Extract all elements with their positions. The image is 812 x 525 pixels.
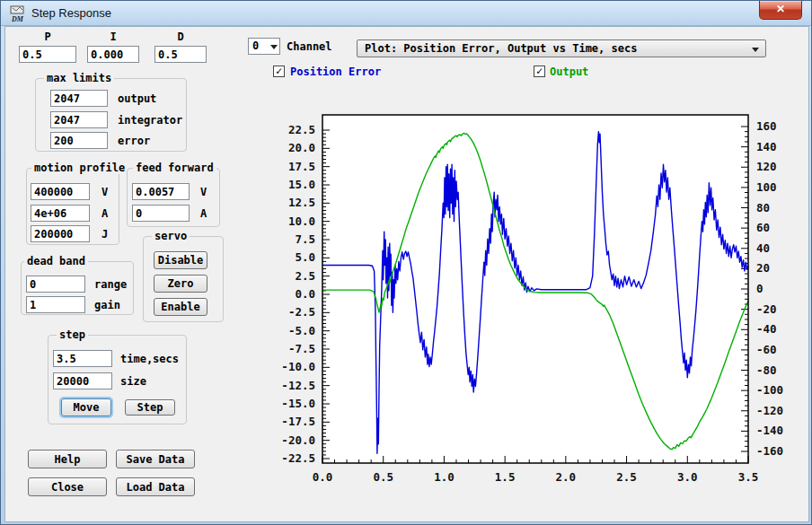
svg-text:0.5: 0.5	[373, 470, 393, 484]
servo-enable-button[interactable]: Enable	[154, 298, 207, 316]
channel-value: 0	[252, 39, 259, 52]
svg-text:2.5: 2.5	[616, 470, 637, 484]
svg-text:-120: -120	[756, 404, 783, 417]
svg-text:1.0: 1.0	[434, 470, 455, 484]
svg-text:7.5: 7.5	[295, 232, 315, 246]
max-error-label: error	[118, 135, 150, 147]
svg-text:0: 0	[756, 282, 763, 295]
channel-select[interactable]: 0	[248, 38, 280, 55]
servo-title: servo	[152, 230, 190, 242]
svg-text:12.5: 12.5	[288, 196, 315, 209]
p-label: P	[19, 31, 76, 43]
max-limits-title: max limits	[44, 72, 114, 84]
svg-text:140: 140	[756, 140, 777, 153]
svg-text:-10.0: -10.0	[281, 360, 315, 373]
svg-text:-15.0: -15.0	[281, 397, 315, 410]
max-integrator-input[interactable]	[50, 111, 108, 128]
max-error-input[interactable]	[50, 132, 108, 149]
step-time-input[interactable]	[53, 350, 112, 367]
svg-text:3.5: 3.5	[738, 470, 759, 484]
dead-band-gain-input[interactable]	[26, 296, 85, 313]
svg-text:-80: -80	[756, 363, 777, 377]
plot-select[interactable]: Plot: Position Error, Output vs Time, se…	[357, 39, 766, 57]
svg-text:3.0: 3.0	[677, 470, 698, 484]
ff-v-input[interactable]	[132, 183, 190, 200]
svg-text:-22.5: -22.5	[281, 451, 315, 465]
position-error-checkbox[interactable]: ✓	[273, 66, 285, 77]
chevron-down-icon	[752, 48, 759, 52]
svg-text:1.5: 1.5	[495, 470, 516, 484]
svg-text:5.0: 5.0	[295, 250, 315, 264]
help-button[interactable]: Help	[28, 450, 107, 468]
svg-text:120: 120	[756, 160, 777, 173]
svg-text:22.5: 22.5	[288, 123, 315, 136]
svg-text:-140: -140	[756, 424, 783, 437]
ff-a-input[interactable]	[132, 205, 190, 222]
svg-text:-100: -100	[756, 383, 783, 397]
feed-forward-title: feed forward	[133, 162, 216, 174]
title-bar[interactable]: DM Step Response ✕	[1, 1, 811, 26]
svg-text:40: 40	[756, 241, 770, 255]
move-button[interactable]: Move	[61, 398, 111, 416]
window: DM Step Response ✕ P I D max limits outp…	[0, 0, 812, 525]
svg-text:-5.0: -5.0	[288, 324, 315, 337]
close-icon: ✕	[776, 3, 785, 15]
close-button[interactable]: ✕	[759, 1, 802, 20]
svg-text:20: 20	[756, 261, 770, 275]
servo-zero-button[interactable]: Zero	[154, 275, 207, 293]
svg-text:20.0: 20.0	[288, 141, 315, 154]
check-icon: ✓	[276, 65, 282, 77]
svg-text:-60: -60	[756, 343, 777, 356]
svg-text:-20.0: -20.0	[281, 433, 315, 447]
output-label: Output	[550, 66, 588, 78]
p-input[interactable]	[19, 46, 76, 63]
dead-band-range-input[interactable]	[26, 276, 85, 293]
accel-label: A	[102, 207, 108, 220]
svg-text:-40: -40	[756, 322, 777, 336]
step-size-label: size	[120, 375, 146, 388]
step-button[interactable]: Step	[125, 399, 175, 416]
step-time-label: time,secs	[120, 353, 179, 365]
step-size-input[interactable]	[53, 372, 112, 389]
i-input[interactable]	[87, 46, 139, 63]
jerk-label: J	[102, 228, 108, 241]
svg-text:15.0: 15.0	[288, 178, 315, 191]
load-data-button[interactable]: Load Data	[116, 477, 195, 496]
servo-disable-button[interactable]: Disable	[154, 251, 207, 269]
d-label: D	[154, 31, 207, 43]
position-error-label: Position Error	[290, 66, 381, 78]
check-icon: ✓	[536, 65, 543, 77]
svg-text:80: 80	[756, 201, 770, 214]
svg-text:-17.5: -17.5	[281, 415, 315, 428]
velocity-input[interactable]	[31, 183, 90, 200]
svg-text:-12.5: -12.5	[281, 379, 315, 392]
svg-text:-160: -160	[756, 444, 783, 458]
plot-select-value: Plot: Position Error, Output vs Time, se…	[365, 42, 637, 55]
chart-canvas: 0.00.51.01.52.02.53.03.522.520.017.515.0…	[270, 100, 812, 512]
svg-text:2.0: 2.0	[556, 470, 577, 484]
svg-text:-20: -20	[756, 302, 777, 316]
max-output-input[interactable]	[50, 90, 108, 107]
ff-a-label: A	[200, 207, 207, 220]
channel-label: Channel	[287, 40, 332, 53]
step-title: step	[57, 328, 88, 341]
svg-text:100: 100	[756, 180, 777, 194]
output-checkbox[interactable]: ✓	[534, 66, 545, 77]
svg-text:17.5: 17.5	[288, 160, 315, 173]
save-data-button[interactable]: Save Data	[116, 450, 195, 468]
svg-text:60: 60	[756, 221, 770, 234]
jerk-input[interactable]	[31, 225, 90, 242]
app-icon: DM	[9, 4, 27, 22]
dead-band-title: dead band	[24, 255, 88, 267]
svg-text:10.0: 10.0	[288, 214, 315, 228]
d-input[interactable]	[154, 46, 207, 63]
chevron-down-icon	[270, 45, 278, 49]
window-title: Step Response	[31, 6, 111, 20]
svg-text:-2.5: -2.5	[288, 305, 315, 319]
close-window-button[interactable]: Close	[28, 477, 107, 496]
app-icon-text: DM	[11, 15, 24, 22]
accel-input[interactable]	[31, 205, 90, 222]
velocity-label: V	[102, 186, 108, 198]
dead-band-range-label: range	[94, 278, 127, 291]
dead-band-gain-label: gain	[94, 299, 120, 311]
